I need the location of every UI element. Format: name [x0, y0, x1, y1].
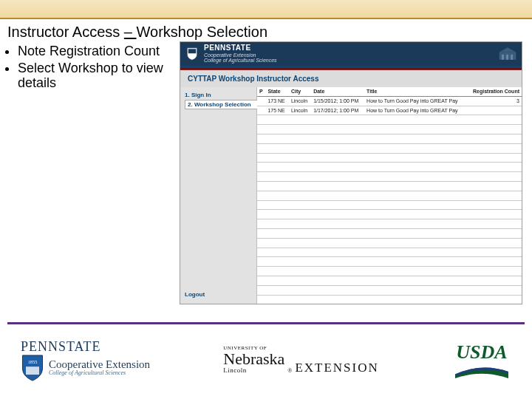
workshop-table: P State City Date Title Registration Cou… [257, 87, 522, 304]
cell-p [257, 106, 265, 115]
table-row[interactable] [257, 191, 522, 200]
table-row[interactable] [257, 163, 522, 172]
embedded-app: PENNSTATE Cooperative Extension College … [180, 41, 522, 304]
col-title: Title [364, 87, 467, 96]
table-row[interactable] [257, 257, 522, 267]
shield-year: 1855 [28, 358, 38, 364]
usda-logo: USDA [452, 341, 511, 378]
table-row[interactable] [257, 219, 522, 229]
usda-swoosh-icon [452, 365, 511, 378]
shield-icon: 1855 [21, 355, 44, 381]
slide-title: Instructor Access – Workshop Selection [7, 24, 525, 41]
table-row[interactable] [257, 267, 522, 276]
col-date: Date [311, 87, 364, 96]
pennstate-banner: PENNSTATE Cooperative Extension College … [180, 42, 522, 66]
col-state: State [265, 87, 288, 96]
cell-state: 173 NE [265, 96, 288, 106]
table-row[interactable] [257, 153, 522, 163]
svg-rect-0 [188, 49, 197, 53]
cell-reg: 3 [467, 96, 522, 106]
cell-p [257, 96, 265, 106]
col-city: City [289, 87, 311, 96]
table-row[interactable] [257, 172, 522, 182]
svg-rect-5 [511, 55, 513, 60]
cell-date: 1/15/2012; 1:00 PM [311, 96, 364, 106]
table-row[interactable] [257, 115, 522, 125]
cell-city: Lincoln [289, 106, 311, 115]
table-row[interactable] [257, 228, 522, 238]
table-row[interactable]: 173 NELincoln1/15/2012; 1:00 PMHow to Tu… [257, 96, 522, 106]
table-row[interactable] [257, 210, 522, 219]
extension-word: EXTENSION [295, 361, 378, 374]
coop-ext-text: Cooperative Extension [49, 359, 150, 370]
building-icon [498, 47, 517, 61]
table-row[interactable] [257, 285, 522, 295]
cell-city: Lincoln [289, 96, 311, 106]
cyttap-heading: CYTTAP Workshop Instructor Access [180, 70, 522, 87]
svg-marker-2 [499, 47, 516, 52]
banner-sub2: College of Agricultural Sciences [204, 58, 277, 63]
table-row[interactable] [257, 200, 522, 210]
cell-date: 1/17/2012; 1:00 PM [311, 106, 364, 115]
cell-title: How to Turn Good Pay into GREAT Pay [364, 106, 467, 115]
table-row[interactable] [257, 248, 522, 257]
table-row[interactable] [257, 238, 522, 248]
table-header-row: P State City Date Title Registration Cou… [257, 87, 522, 96]
step-sidebar: 1. Sign In 2. Workshop Selection Logout [180, 87, 257, 304]
banner-sub1: Cooperative Extension [204, 52, 277, 58]
usda-word: USDA [456, 341, 507, 364]
bullet-item: Select Workshop to view details [18, 61, 180, 91]
registered-icon: ® [287, 368, 292, 374]
logout-link[interactable]: Logout [185, 291, 205, 298]
table-row[interactable] [257, 134, 522, 143]
table-row[interactable]: 175 NELincoln1/17/2012; 1:00 PMHow to Tu… [257, 106, 522, 115]
logo-row: PENNSTATE 1855 Cooperative Extension Col… [0, 334, 532, 386]
table-row[interactable] [257, 276, 522, 285]
step-sign-in[interactable]: 1. Sign In [185, 92, 252, 98]
svg-rect-3 [502, 55, 504, 60]
svg-rect-4 [506, 55, 508, 60]
pennstate-logo: PENNSTATE 1855 Cooperative Extension Col… [21, 339, 150, 381]
cell-reg [467, 106, 522, 115]
slide-bullets: Note Registration Count Select Workshop … [18, 44, 180, 91]
cell-title: How to Turn Good Pay into GREAT Pay [364, 96, 467, 106]
col-reg-count: Registration Count [467, 87, 522, 96]
nebraska-word: Nebraska [223, 351, 284, 367]
table-row[interactable] [257, 125, 522, 134]
col-p: P [257, 87, 265, 96]
cell-state: 175 NE [265, 106, 288, 115]
shield-icon [186, 47, 198, 61]
nebraska-lincoln: Lincoln [223, 367, 284, 374]
pennstate-word: PENNSTATE [21, 339, 150, 355]
step-workshop-selection[interactable]: 2. Workshop Selection [185, 100, 257, 109]
table-row[interactable] [257, 295, 522, 304]
table-row[interactable] [257, 181, 522, 191]
bullet-item: Note Registration Count [18, 44, 180, 59]
nebraska-logo: UNIVERSITY OF Nebraska Lincoln ® EXTENSI… [223, 346, 379, 374]
college-text: College of Agricultural Sciences [49, 370, 150, 376]
svg-rect-6 [26, 366, 39, 375]
table-row[interactable] [257, 143, 522, 153]
banner-brand: PENNSTATE [204, 44, 277, 52]
divider-rule [7, 322, 525, 324]
